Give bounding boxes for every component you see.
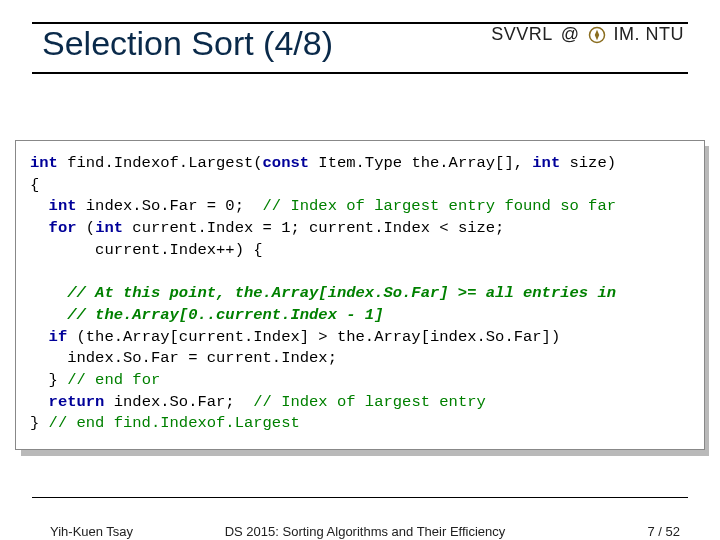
- header-rule-bottom: [32, 72, 688, 74]
- code-text: index.So.Far;: [104, 393, 253, 411]
- affil-right: IM. NTU: [614, 24, 685, 45]
- kw-int: int: [30, 154, 58, 172]
- code-text: current.Index++) {: [30, 241, 263, 259]
- code-text: {: [30, 176, 39, 194]
- slide-title: Selection Sort (4/8): [42, 24, 333, 63]
- footer-rule: [32, 497, 688, 498]
- code-text: size): [560, 154, 616, 172]
- footer-page: 7 / 52: [647, 524, 680, 539]
- kw-for: for: [30, 219, 77, 237]
- affiliation: SVVRL @ IM. NTU: [491, 24, 684, 45]
- kw-return: return: [30, 393, 104, 411]
- footer-course: DS 2015: Sorting Algorithms and Their Ef…: [50, 524, 680, 539]
- at-symbol: @: [561, 24, 580, 45]
- comment-em: // the.Array[0..current.Index - 1]: [30, 306, 383, 324]
- kw-int: int: [532, 154, 560, 172]
- code-text: }: [30, 371, 67, 389]
- affil-left: SVVRL: [491, 24, 553, 45]
- code-text: Item.Type the.Array[],: [309, 154, 532, 172]
- ntu-logo-icon: [588, 26, 606, 44]
- page-current: 7: [647, 524, 654, 539]
- kw-int: int: [30, 197, 77, 215]
- code-text: }: [30, 414, 49, 432]
- comment: // Index of largest entry found so far: [263, 197, 616, 215]
- comment: // end find.Indexof.Largest: [49, 414, 300, 432]
- code-block-inner: int find.Indexof.Largest(const Item.Type…: [15, 140, 705, 450]
- comment: // Index of largest entry: [253, 393, 486, 411]
- code-text: index.So.Far = 0;: [77, 197, 263, 215]
- kw-if: if: [30, 328, 67, 346]
- code-block: int find.Indexof.Largest(const Item.Type…: [15, 140, 705, 450]
- kw-int: int: [95, 219, 123, 237]
- slide: Selection Sort (4/8) SVVRL @ IM. NTU int…: [0, 0, 720, 540]
- code-text: index.So.Far = current.Index;: [30, 349, 337, 367]
- code-text: (: [77, 219, 96, 237]
- code-text: current.Index = 1; current.Index < size;: [123, 219, 504, 237]
- page-total: 52: [666, 524, 680, 539]
- page-sep: /: [655, 524, 666, 539]
- code-text: find.Indexof.Largest(: [58, 154, 263, 172]
- kw-const: const: [263, 154, 310, 172]
- comment: // end for: [67, 371, 160, 389]
- code-text: (the.Array[current.Index] > the.Array[in…: [67, 328, 560, 346]
- comment-em: // At this point, the.Array[index.So.Far…: [30, 284, 616, 302]
